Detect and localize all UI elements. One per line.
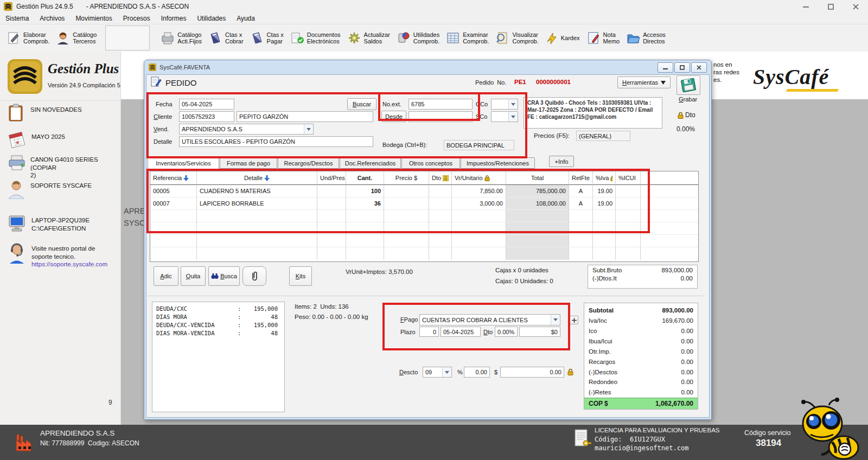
tab-otros-conceptos[interactable]: Otros conceptos: [401, 157, 460, 169]
col-iva[interactable]: %Iva: [593, 171, 616, 185]
grabar-button[interactable]: [676, 75, 700, 95]
menu-utilidades[interactable]: Utilidades: [192, 15, 231, 22]
detalle-input[interactable]: UTILES ESCOLARES - PEPITO GARZÓN: [179, 136, 373, 147]
sidebar-item-soporte[interactable]: SOPORTE SYSCAFE: [8, 180, 92, 199]
desde-button[interactable]: Desde: [381, 111, 406, 122]
descto-usd-input[interactable]: 0.00: [500, 367, 564, 378]
deuda-panel: DEUDA/CXC:195,000 DIAS MORA:48 DEUDA/CXC…: [152, 302, 285, 412]
plazo-date-input[interactable]: 05-04-2025: [441, 327, 481, 337]
herramientas-button[interactable]: Herramientas: [617, 76, 671, 88]
chevron-down-icon[interactable]: [442, 367, 451, 377]
tab-info[interactable]: +Info: [549, 156, 574, 167]
toolbar-utilidades-comprob[interactable]: UtilidadesComprob.: [393, 29, 443, 47]
plazo-amount-input[interactable]: $0: [519, 327, 560, 337]
sco-select[interactable]: [491, 111, 518, 122]
col-retfte[interactable]: RetFte: [569, 171, 593, 185]
col-referencia[interactable]: Referencia: [150, 171, 197, 185]
app-title: Gestión Plus 24.9.5: [16, 3, 73, 10]
window-minimize-icon[interactable]: [658, 62, 673, 73]
doc-type-title: PEDIDO: [165, 78, 197, 87]
col-cant[interactable]: Cant.: [346, 171, 384, 185]
tab-doc-referenciados[interactable]: Doc.Referenciados: [340, 157, 401, 169]
kits-button[interactable]: Kits: [289, 266, 312, 286]
busca-button[interactable]: Busca: [208, 266, 240, 286]
table-row[interactable]: 00005 CUADERNO 5 MATERIAS 100 7,850.00 7…: [150, 185, 698, 197]
quita-button[interactable]: Quita: [181, 266, 206, 286]
window-maximize-icon[interactable]: [674, 62, 690, 73]
occluded-social-text: nos enras redeses.: [713, 61, 746, 84]
tab-formas-de-pago[interactable]: Formas de pago: [220, 157, 277, 169]
chevron-down-icon[interactable]: [551, 315, 560, 325]
toolbar-visualizar-comprob[interactable]: VisualizarComprob.: [492, 29, 541, 47]
toolbar-catalogo-terceros[interactable]: CatálogoTerceros: [53, 29, 100, 47]
menu-archivos[interactable]: Archivos: [34, 15, 70, 22]
buscar-button[interactable]: Buscar: [347, 98, 376, 110]
col-detalle[interactable]: Detalle: [197, 171, 317, 185]
window-titlebar[interactable]: SysCafé.FAVENTA: [144, 60, 711, 74]
cco-select[interactable]: [491, 99, 518, 110]
desde-input[interactable]: [409, 111, 473, 122]
detalle-label: Detalle: [154, 138, 172, 145]
col-icui[interactable]: %ICUI: [616, 171, 641, 185]
toolbar-catalogo-actifijos[interactable]: CatálogoActi.Fijos: [157, 29, 205, 47]
toolbar-nota-memo[interactable]: NotaMemo: [583, 29, 623, 47]
col-total[interactable]: Total: [506, 171, 569, 185]
cliente-name-input[interactable]: PEPITO GARZÓN: [237, 111, 373, 122]
table-row[interactable]: 00007 LAPICERO BORRABLE 36 3,000.00 108,…: [150, 197, 698, 210]
plazo-input[interactable]: 0: [419, 327, 439, 337]
descto-select[interactable]: 09: [423, 367, 452, 378]
cliente-id-input[interactable]: 1005752923: [179, 111, 234, 122]
bodega-value[interactable]: BODEGA PRINCIPAL: [444, 140, 514, 150]
toolbar-ctas-pagar[interactable]: Ctas xPagar: [247, 29, 287, 47]
sidebar-item-portal[interactable]: Visite nuestro portal desoporte tecnico.…: [8, 242, 107, 269]
col-dto[interactable]: Dto: [429, 171, 452, 185]
vendedor-select[interactable]: APRENDIENDO S.A.S: [179, 124, 314, 135]
fpago-select[interactable]: CUENTAS POR COBRAR A CLIENTES: [419, 314, 560, 325]
chevron-down-icon[interactable]: [304, 124, 313, 134]
tab-recargos-desctos[interactable]: Recargos/Desctos: [278, 157, 339, 169]
descto-pct-input[interactable]: 0.00: [464, 367, 490, 378]
deuda-row: DEUDA/CXC:195,000: [156, 305, 280, 313]
toolbar-ctas-cobrar[interactable]: Ctas xCobrar: [205, 29, 247, 47]
sidebar-item-mayo[interactable]: MAYO 2025: [8, 131, 65, 149]
menu-procesos[interactable]: Procesos: [118, 15, 156, 22]
menu-ayuda[interactable]: Ayuda: [231, 15, 260, 22]
col-vr-unitario[interactable]: Vr/Unitario: [452, 171, 506, 185]
tab-impuestos-retenciones[interactable]: Impuestos/Retenciones: [461, 157, 535, 169]
deuda-row: DEUDA/CXC-VENCIDA:195,000: [156, 321, 280, 329]
noext-input[interactable]: 6785: [409, 99, 473, 110]
electronic-documents-icon: [290, 31, 304, 45]
sidebar-item-novedades[interactable]: SIN NOVEDADES: [8, 104, 82, 122]
precios-value[interactable]: (GENERAL): [576, 131, 630, 141]
window-close-icon[interactable]: [691, 62, 707, 73]
menu-sistema[interactable]: Sistema: [0, 15, 34, 22]
fpago-add-button[interactable]: [570, 316, 578, 324]
table-empty-row: [150, 247, 698, 260]
sidebar-item-printer[interactable]: CANON G4010 SERIES (COPIAR2): [8, 154, 120, 180]
toolbar-examinar-comprob[interactable]: ExaminarComprob.: [443, 29, 492, 47]
fecha-input[interactable]: 05-04-2025: [179, 99, 234, 110]
plazo-dto-input[interactable]: 0.00%: [495, 327, 518, 337]
support-portal-link[interactable]: https://soporte.syscafe.com: [31, 261, 107, 267]
wallet-receivable-icon: [208, 31, 222, 45]
adjunto-button[interactable]: [242, 266, 266, 286]
toolbar-elaborar-comprob[interactable]: ElaborarComprob.: [3, 29, 53, 47]
adic-button[interactable]: Adic: [154, 266, 178, 286]
close-icon[interactable]: [843, 0, 868, 13]
col-precio[interactable]: Precio $: [384, 171, 429, 185]
sidebar-item-equipo[interactable]: LAPTOP-3P2QU39EC:\CAFE\GESTION: [8, 214, 90, 233]
menu-informes[interactable]: Informes: [156, 15, 192, 22]
toolbar-accesos-directos[interactable]: AccesosDirectos: [623, 29, 669, 47]
menu-movimientos[interactable]: Movimientos: [70, 15, 117, 22]
tab-inventarios-servicios[interactable]: Inventarios/Servicios: [148, 157, 219, 169]
toolbar-actualizar-saldos[interactable]: ActualizarSaldos: [344, 29, 393, 47]
maximize-icon[interactable]: [818, 0, 843, 13]
totals-panel: Subtotal893,000.00 Iva/Inc169,670.00 Ico…: [584, 303, 698, 410]
window-title: SysCafé.FAVENTA: [159, 64, 210, 71]
minimize-icon[interactable]: [793, 0, 818, 13]
toolbar-kardex[interactable]: Kardex: [542, 29, 583, 47]
fixed-assets-icon: [161, 31, 175, 45]
col-und-pres[interactable]: Und/Pres: [317, 171, 346, 185]
toolbar-documentos-electronicos[interactable]: DocumentosElectrónicos: [287, 29, 344, 47]
cajas-line2: Cajas: 0 Unidades: 0: [495, 278, 553, 284]
